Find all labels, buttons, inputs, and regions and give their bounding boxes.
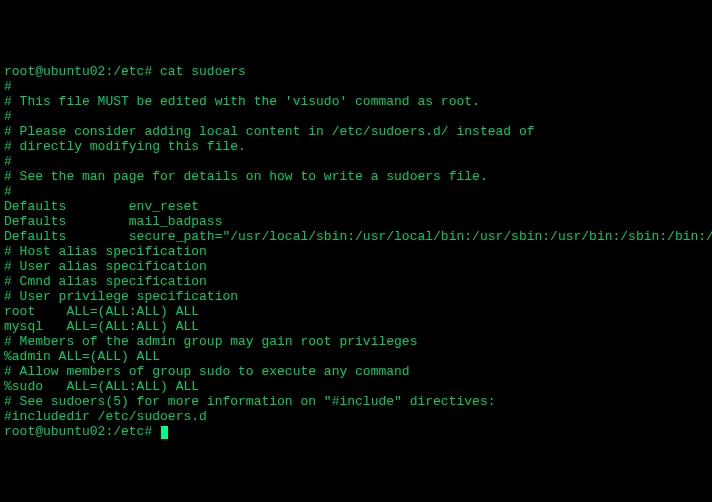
output-line: %sudo ALL=(ALL:ALL) ALL [4,379,708,394]
output-line: Defaults secure_path="/usr/local/sbin:/u… [4,229,708,244]
output-line: # Please consider adding local content i… [4,124,708,139]
output-line: # [4,79,708,94]
output-line: Defaults env_reset [4,199,708,214]
output-line: # This file MUST be edited with the 'vis… [4,94,708,109]
terminal-window[interactable]: root@ubuntu02:/etc# cat sudoers## This f… [4,64,708,502]
output-line: # [4,109,708,124]
prompt-line: root@ubuntu02:/etc# [4,424,708,439]
output-line: # See the man page for details on how to… [4,169,708,184]
shell-prompt: root@ubuntu02:/etc# [4,64,152,79]
cursor-icon [161,426,168,439]
command-line: root@ubuntu02:/etc# cat sudoers [4,64,708,79]
output-line: # Members of the admin group may gain ro… [4,334,708,349]
output-line: # User alias specification [4,259,708,274]
shell-prompt: root@ubuntu02:/etc# [4,424,152,439]
output-line: Defaults mail_badpass [4,214,708,229]
output-line: # Host alias specification [4,244,708,259]
output-line: mysql ALL=(ALL:ALL) ALL [4,319,708,334]
output-line: root ALL=(ALL:ALL) ALL [4,304,708,319]
output-line: %admin ALL=(ALL) ALL [4,349,708,364]
output-line: #includedir /etc/sudoers.d [4,409,708,424]
output-line: # See sudoers(5) for more information on… [4,394,708,409]
output-line: # [4,184,708,199]
output-line: # directly modifying this file. [4,139,708,154]
output-line: # User privilege specification [4,289,708,304]
command-text: cat sudoers [160,64,246,79]
output-line: # Allow members of group sudo to execute… [4,364,708,379]
output-line: # [4,154,708,169]
output-line: # Cmnd alias specification [4,274,708,289]
